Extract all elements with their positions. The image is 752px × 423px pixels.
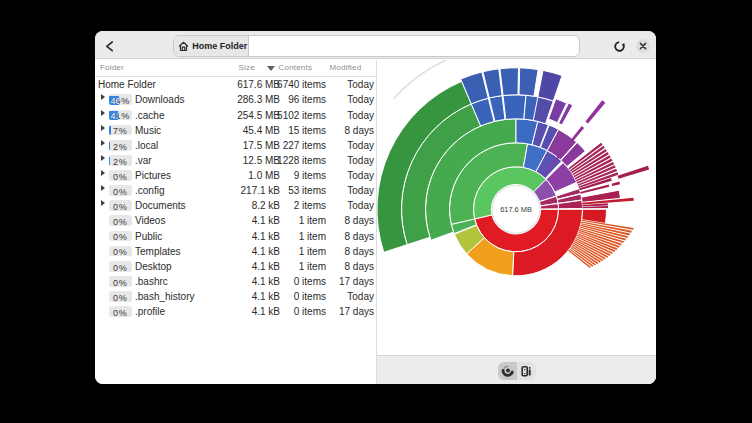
svg-text:617.6 MB: 617.6 MB [500, 204, 532, 213]
